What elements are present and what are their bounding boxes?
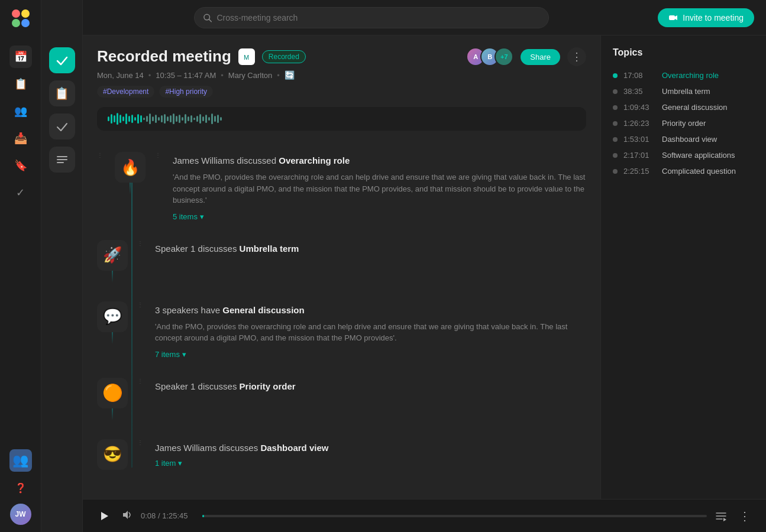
progress-fill [202, 515, 204, 517]
topic-label-6: Software applications [662, 151, 735, 160]
svg-line-8 [209, 19, 212, 21]
tag-priority[interactable]: #High priority [159, 86, 213, 98]
svg-rect-44 [199, 114, 201, 124]
sidebar-item-notes[interactable]: 📋 [49, 80, 75, 106]
tag-development[interactable]: #Development [97, 86, 154, 98]
svg-rect-51 [220, 117, 222, 121]
item-title-5: James Williams discusses Dashboard view [155, 442, 586, 454]
sidebar-item-active[interactable] [49, 47, 75, 73]
topic-time-6: 2:17:01 [623, 151, 656, 160]
nav-bookmarks[interactable]: 🔖 [9, 154, 32, 177]
player-more-button[interactable]: ⋮ [735, 507, 754, 525]
topic-dot-1 [613, 73, 618, 78]
discussion-item-2: 🚀 ⋮ Speaker 1 discusses Umbrella term [97, 231, 586, 292]
svg-marker-57 [723, 518, 726, 521]
player-bar: 0:08 / 1:25:45 ⋮ [83, 499, 766, 532]
svg-rect-14 [111, 114, 112, 124]
avatar-count: +7 [494, 47, 513, 66]
progress-bar[interactable] [202, 515, 707, 517]
topic-item-3[interactable]: 1:09:43 General discussion [613, 99, 754, 115]
svg-rect-41 [190, 115, 192, 122]
topic-item-4[interactable]: 1:26:23 Priority order [613, 115, 754, 131]
play-button[interactable] [95, 507, 114, 525]
svg-rect-31 [161, 115, 163, 122]
item-title-3: 3 speakers have General discussion [155, 304, 586, 316]
nav-people[interactable]: 👥 [9, 100, 32, 122]
item-content-2: Speaker 1 discusses Umbrella term [155, 240, 586, 259]
svg-rect-29 [155, 115, 157, 123]
topic-item-1[interactable]: 17:08 Overarching role [613, 67, 754, 83]
nav-calendar[interactable]: 📅 [9, 46, 32, 68]
svg-rect-15 [114, 115, 115, 122]
svg-rect-47 [208, 117, 210, 121]
discussion-list: ⋮ 🔥 ⋮ James Williams discuss [97, 142, 586, 479]
speaker-avatar-3: 💬 [97, 301, 128, 332]
main-content: Invite to meeting Recorded meeting M [83, 0, 766, 532]
topic-item-6[interactable]: 2:17:01 Software applications [613, 147, 754, 163]
item-content-4: Speaker 1 discusses Priority order [155, 378, 586, 397]
nav-tasks[interactable]: ✓ [9, 181, 32, 204]
topic-dot-5 [613, 137, 618, 142]
audio-waveform[interactable] [97, 107, 586, 131]
tags-row: #Development #High priority [97, 86, 306, 98]
svg-rect-21 [131, 115, 133, 123]
more-options-button[interactable]: ⋮ [567, 47, 586, 66]
svg-text:M: M [244, 54, 249, 61]
svg-rect-38 [182, 117, 183, 121]
nav-inbox[interactable]: 📥 [9, 127, 32, 150]
item-quote-3: 'And the PMO, provides the overarching r… [155, 321, 586, 344]
search-input[interactable] [216, 13, 540, 22]
sidebar-item-check[interactable] [49, 113, 75, 140]
topbar: Invite to meeting [83, 0, 766, 35]
meeting-main: Recorded meeting M Recorded Mon, June 14 [83, 35, 600, 499]
topic-label-7: Complicated question [662, 167, 736, 176]
meeting-header: Recorded meeting M Recorded Mon, June 14 [97, 47, 586, 98]
share-button[interactable]: Share [521, 49, 560, 65]
items-count-3[interactable]: 7 items ▾ [155, 350, 586, 359]
svg-rect-28 [152, 116, 154, 121]
svg-rect-23 [137, 114, 139, 124]
speaker-avatar-5: 😎 [97, 439, 128, 470]
item-content-5: James Williams discusses Dashboard view … [155, 439, 586, 468]
item-content-1: James Williams discussed Overarching rol… [173, 152, 586, 221]
svg-marker-53 [123, 511, 128, 519]
volume-button[interactable] [122, 510, 132, 523]
topic-label-3: General discussion [662, 103, 728, 112]
search-box[interactable] [194, 7, 549, 28]
topic-time-4: 1:26:23 [623, 119, 656, 128]
item-line-1: ⋮ [97, 152, 105, 158]
speaker-avatar-4: 🟠 [97, 378, 128, 408]
refresh-icon[interactable]: 🔄 [285, 70, 295, 80]
items-count-1[interactable]: 5 items ▾ [173, 212, 586, 221]
nav-notes[interactable]: 📋 [9, 73, 32, 95]
svg-rect-24 [140, 115, 142, 122]
svg-rect-42 [193, 118, 195, 120]
svg-rect-20 [128, 116, 130, 122]
svg-rect-49 [214, 116, 216, 122]
invite-button[interactable]: Invite to meeting [658, 8, 754, 27]
items-count-5[interactable]: 1 item ▾ [155, 459, 586, 468]
topic-label-5: Dashboard view [662, 135, 717, 144]
svg-rect-25 [143, 118, 145, 120]
svg-rect-45 [202, 116, 204, 121]
topic-dot-4 [613, 121, 618, 126]
playlist-icon[interactable] [715, 510, 727, 522]
sidebar-item-list[interactable] [49, 147, 75, 173]
topic-time-7: 2:25:15 [623, 167, 656, 176]
nav-group[interactable]: 👥 [9, 449, 32, 472]
app-logo[interactable] [9, 7, 32, 31]
topic-item-5[interactable]: 1:53:01 Dashboard view [613, 131, 754, 147]
nav-help[interactable]: ❓ [9, 476, 32, 499]
topic-item-7[interactable]: 2:25:15 Complicated question [613, 163, 754, 179]
attendees-avatars[interactable]: A B +7 [466, 47, 513, 66]
svg-rect-16 [117, 113, 118, 125]
topic-dot-2 [613, 89, 618, 94]
svg-point-3 [21, 19, 30, 27]
topic-item-2[interactable]: 38:35 Umbrella term [613, 83, 754, 99]
topic-label-2: Umbrella term [662, 87, 710, 96]
topics-title: Topics [613, 47, 754, 58]
user-avatar[interactable]: JW [10, 504, 31, 525]
topics-panel: Topics 17:08 Overarching role 38:35 Umbr… [600, 35, 766, 499]
item-title-4: Speaker 1 discusses Priority order [155, 380, 586, 392]
recorded-badge: Recorded [262, 50, 306, 63]
